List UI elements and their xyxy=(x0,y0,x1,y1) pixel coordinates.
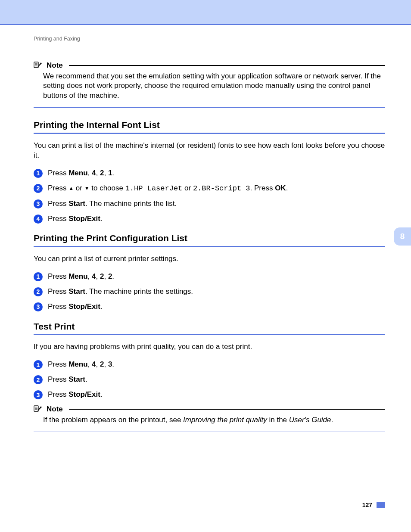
note-body-text: If the problem appears on the printout, … xyxy=(34,414,385,429)
step-item: 3 Press Stop/Exit. xyxy=(34,390,385,400)
note-body-text: We recommend that you set the emulation … xyxy=(34,70,385,105)
page-number: 127 xyxy=(362,501,372,508)
note-rule xyxy=(69,409,385,410)
step-item: 4 Press Stop/Exit. xyxy=(34,214,385,224)
note-block-emulation: Note We recommend that you set the emula… xyxy=(34,61,385,108)
up-arrow-icon: ▲ xyxy=(68,185,74,192)
step-text: Press Stop/Exit. xyxy=(48,302,103,312)
note-pencil-icon xyxy=(34,405,42,414)
section-title-config-list: Printing the Print Configuration List xyxy=(34,233,385,243)
step-item: 2 Press Start. xyxy=(34,375,385,385)
note-label: Note xyxy=(47,405,63,414)
steps-list-font: 1 Press Menu, 4, 2, 1. 2 Press ▲ or ▼ to… xyxy=(34,168,385,224)
step-item: 3 Press Start. The machine prints the li… xyxy=(34,199,385,209)
step-text: Press Start. The machine prints the list… xyxy=(48,199,177,209)
step-text: Press Start. The machine prints the sett… xyxy=(48,287,193,297)
step-number-icon: 1 xyxy=(34,272,43,281)
note-separator xyxy=(34,107,385,108)
note-heading-row: Note xyxy=(34,61,385,70)
section-intro: If you are having problems with print qu… xyxy=(34,342,385,352)
step-item: 1 Press Menu, 4, 2, 3. xyxy=(34,360,385,370)
step-number-icon: 4 xyxy=(34,215,43,224)
section-title-font-list: Printing the Internal Font List xyxy=(34,120,385,130)
step-text: Press Stop/Exit. xyxy=(48,390,103,400)
section-rule xyxy=(34,334,385,336)
step-item: 1 Press Menu, 4, 2, 2. xyxy=(34,272,385,282)
chapter-tab: 8 xyxy=(394,227,411,246)
note-rule xyxy=(69,65,385,66)
step-number-icon: 1 xyxy=(34,169,43,178)
top-header-band xyxy=(0,0,411,25)
step-number-icon: 2 xyxy=(34,375,43,384)
step-number-icon: 1 xyxy=(34,360,43,369)
step-text: Press ▲ or ▼ to choose 1.HP LaserJet or … xyxy=(48,184,288,194)
step-number-icon: 2 xyxy=(34,287,43,296)
step-number-icon: 3 xyxy=(34,302,43,311)
section-rule xyxy=(34,246,385,247)
step-item: 1 Press Menu, 4, 2, 1. xyxy=(34,168,385,178)
step-number-icon: 2 xyxy=(34,184,43,193)
page-content: Printing and Faxing Note We recommend th… xyxy=(0,25,411,432)
step-text: Press Menu, 4, 2, 1. xyxy=(48,168,114,178)
note-pencil-icon xyxy=(34,61,42,70)
section-intro: You can print a list of current printer … xyxy=(34,254,385,264)
section-rule xyxy=(34,133,385,134)
step-number-icon: 3 xyxy=(34,199,43,208)
step-item: 2 Press Start. The machine prints the se… xyxy=(34,287,385,297)
down-arrow-icon: ▼ xyxy=(84,185,90,192)
page-footer: 127 xyxy=(362,501,385,508)
steps-list-test: 1 Press Menu, 4, 2, 3. 2 Press Start. 3 … xyxy=(34,360,385,400)
step-item: 3 Press Stop/Exit. xyxy=(34,302,385,312)
section-title-test-print: Test Print xyxy=(34,321,385,332)
step-item: 2 Press ▲ or ▼ to choose 1.HP LaserJet o… xyxy=(34,184,385,194)
step-text: Press Start. xyxy=(48,375,87,385)
section-intro: You can print a list of the machine's in… xyxy=(34,141,385,161)
note-heading-row: Note xyxy=(34,405,385,414)
note-label: Note xyxy=(47,61,63,70)
note-block-test-print: Note If the problem appears on the print… xyxy=(34,405,385,432)
step-number-icon: 3 xyxy=(34,390,43,399)
note-separator xyxy=(34,432,385,432)
footer-accent-bar xyxy=(377,502,385,508)
step-text: Press Menu, 4, 2, 2. xyxy=(48,272,114,282)
step-text: Press Menu, 4, 2, 3. xyxy=(48,360,114,370)
steps-list-config: 1 Press Menu, 4, 2, 2. 2 Press Start. Th… xyxy=(34,272,385,312)
running-header: Printing and Faxing xyxy=(34,36,385,42)
document-page: 8 Printing and Faxing Note We recommend … xyxy=(0,0,411,532)
step-text: Press Stop/Exit. xyxy=(48,214,103,224)
